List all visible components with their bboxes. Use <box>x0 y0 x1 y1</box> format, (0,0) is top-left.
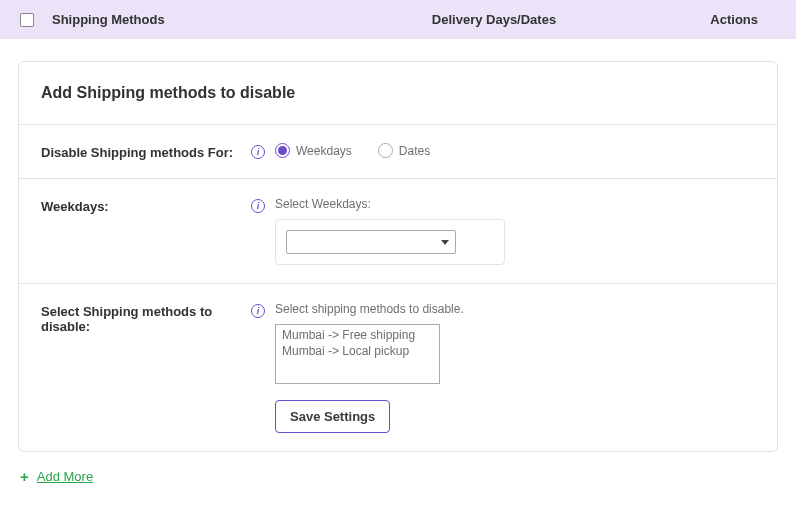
weekdays-select-wrap <box>275 219 505 265</box>
plus-icon: + <box>20 468 29 485</box>
header-delivery-days: Delivery Days/Dates <box>312 12 676 27</box>
radio-circle-icon <box>378 143 393 158</box>
info-icon[interactable]: i <box>251 304 265 318</box>
multiselect-option[interactable]: Mumbai -> Free shipping <box>276 327 439 343</box>
add-more-button[interactable]: + Add More <box>18 452 778 501</box>
radio-weekdays[interactable]: Weekdays <box>275 143 352 158</box>
disable-shipping-panel: Add Shipping methods to disable Disable … <box>18 61 778 452</box>
radio-dates-label: Dates <box>399 144 430 158</box>
header-actions: Actions <box>676 12 776 27</box>
methods-row: Select Shipping methods to disable: i Se… <box>19 284 777 451</box>
header-shipping-methods: Shipping Methods <box>52 12 312 27</box>
methods-field-label: Select shipping methods to disable. <box>275 302 755 316</box>
save-settings-button[interactable]: Save Settings <box>275 400 390 433</box>
radio-weekdays-label: Weekdays <box>296 144 352 158</box>
methods-label: Select Shipping methods to disable: <box>41 302 251 334</box>
radio-circle-icon <box>275 143 290 158</box>
info-icon[interactable]: i <box>251 145 265 159</box>
weekdays-row: Weekdays: i Select Weekdays: <box>19 179 777 284</box>
multiselect-option[interactable]: Mumbai -> Local pickup <box>276 343 439 359</box>
panel-title: Add Shipping methods to disable <box>19 62 777 125</box>
weekdays-select[interactable] <box>286 230 456 254</box>
disable-for-label: Disable Shipping methods For: <box>41 143 251 160</box>
shipping-methods-multiselect[interactable]: Mumbai -> Free shipping Mumbai -> Local … <box>275 324 440 384</box>
weekdays-label: Weekdays: <box>41 197 251 214</box>
select-all-checkbox[interactable] <box>20 13 34 27</box>
radio-dates[interactable]: Dates <box>378 143 430 158</box>
add-more-label: Add More <box>37 469 93 484</box>
chevron-down-icon <box>441 240 449 245</box>
disable-for-row: Disable Shipping methods For: i Weekdays… <box>19 125 777 179</box>
weekdays-field-label: Select Weekdays: <box>275 197 755 211</box>
info-icon[interactable]: i <box>251 199 265 213</box>
table-header: Shipping Methods Delivery Days/Dates Act… <box>0 0 796 39</box>
